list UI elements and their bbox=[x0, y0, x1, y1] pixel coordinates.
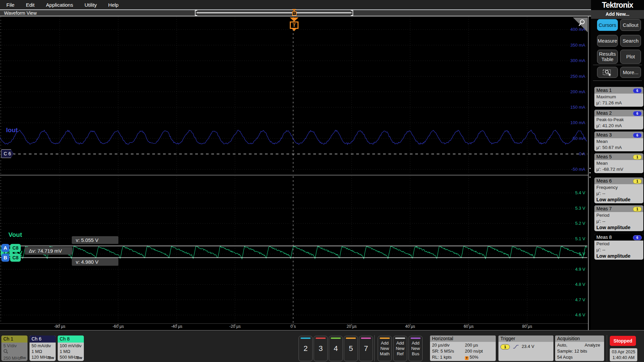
waveform-graticule-area[interactable]: Iout Vout C 6 T C8 5 V A C8 B C8 v: 5.05… bbox=[0, 16, 589, 330]
divider bbox=[593, 81, 642, 81]
plot-button[interactable]: Plot bbox=[620, 50, 641, 64]
channel-impedance: 1 MΩ bbox=[32, 349, 54, 354]
meas-value: µ': 41.20 mA bbox=[596, 123, 641, 129]
cursor-b-source-badge[interactable]: C8 bbox=[10, 254, 21, 262]
meas-7-card[interactable]: Meas 7 1 Periodµ': -- Low amplitude bbox=[594, 205, 643, 231]
meas-value: µ': -- bbox=[596, 191, 641, 197]
meas-8-header: Meas 8 6 bbox=[594, 234, 643, 241]
channel-7-button[interactable]: 7 bbox=[359, 336, 373, 361]
voltage-axis-tick: 5.1 V bbox=[550, 236, 585, 241]
meas-3-header: Meas 3 6 bbox=[594, 132, 643, 138]
acquisition-sample: Sample: 12 bits bbox=[557, 349, 587, 354]
record-view-bar[interactable] bbox=[197, 12, 352, 13]
channel-8-badge[interactable]: Ch 8 100 mV/div 1 MΩ 500 MHz Bw bbox=[58, 335, 84, 361]
horizontal-duration: 200 µs bbox=[465, 343, 478, 348]
meas-6-card[interactable]: Meas 6 1 Frequencyµ': -- Low amplitude bbox=[594, 177, 643, 203]
trigger-position-flag[interactable]: T bbox=[289, 17, 299, 31]
trigger-panel[interactable]: Trigger 1 23.4 V bbox=[498, 335, 553, 361]
meas-value: µ': -68.72 mV bbox=[596, 166, 641, 172]
meas-3-card[interactable]: Meas 3 6 Meanµ': 50.67 mA bbox=[594, 132, 643, 151]
rising-edge-icon bbox=[513, 344, 519, 349]
add-new-bus-button[interactable]: Add New Bus bbox=[409, 336, 423, 361]
voltage-axis-tick: 5.2 V bbox=[550, 221, 585, 226]
divider bbox=[593, 65, 642, 65]
zoom-select-button[interactable] bbox=[597, 67, 618, 78]
cursor-a-source-badge[interactable]: C8 bbox=[10, 244, 21, 252]
cursor-delta-readout: Δv: 74.719 mV bbox=[25, 247, 72, 255]
record-trigger-marker[interactable]: T bbox=[292, 9, 297, 16]
cursors-button[interactable]: Cursors bbox=[597, 19, 618, 31]
voltage-axis-tick: 4.9 V bbox=[550, 267, 585, 272]
time-axis-tick: 80 µs bbox=[516, 324, 539, 329]
time-axis-tick: -80 µs bbox=[48, 324, 71, 329]
channel-2-button[interactable]: 2 bbox=[299, 336, 313, 361]
meas-type: Mean bbox=[596, 139, 641, 145]
menu-edit[interactable]: Edit bbox=[20, 2, 40, 8]
waveform-plot[interactable] bbox=[0, 16, 588, 330]
meas-2-card[interactable]: Meas 2 6 Peak-to-Peakµ': 41.20 mA bbox=[594, 110, 643, 130]
channel-8-name: Ch 8 bbox=[58, 335, 84, 343]
voltage-axis-tick: 5.4 V bbox=[550, 190, 585, 195]
time-axis-tick: 0 s bbox=[281, 324, 305, 329]
channel-3-button[interactable]: 3 bbox=[314, 336, 328, 361]
channel-scale: 100 mV/div bbox=[60, 343, 82, 349]
slice-divider[interactable] bbox=[0, 175, 588, 175]
meas-type: Maximum bbox=[596, 94, 641, 100]
acquisition-count: 54 Acqs bbox=[557, 355, 573, 360]
cursor-b-badge[interactable]: B bbox=[1, 254, 9, 262]
record-view-right-bracket bbox=[351, 10, 353, 16]
iout-waveform-label: Iout bbox=[6, 126, 18, 134]
add-new-math-button[interactable]: Add New Math bbox=[378, 336, 392, 361]
acquisition-mode: Auto, bbox=[557, 343, 567, 348]
trigger-position-icon: T bbox=[465, 356, 469, 360]
trigger-arrow-icon bbox=[290, 17, 299, 21]
results-table-button[interactable]: Results Table bbox=[597, 50, 618, 64]
add-new-ref-button[interactable]: Add New Ref bbox=[393, 336, 407, 361]
source-badge: 1 bbox=[633, 207, 642, 212]
measure-button[interactable]: Measure bbox=[597, 35, 618, 47]
search-button[interactable]: Search bbox=[620, 35, 641, 47]
bottom-control-bar: Ch 1 5 V/div 250 MHz Bw Ch 6 50 mA/div 1… bbox=[0, 330, 644, 362]
run-stop-status-button[interactable]: Stopped bbox=[610, 336, 636, 346]
magnifier-icon bbox=[578, 19, 586, 28]
channel-1-name: Ch 1 bbox=[1, 335, 28, 343]
acquisition-analyze: Analyze bbox=[585, 343, 600, 348]
menu-file[interactable]: File bbox=[1, 2, 20, 8]
time-axis-tick: 40 µs bbox=[398, 324, 422, 329]
cursor-a-badge[interactable]: A bbox=[1, 244, 9, 252]
meas-6-header: Meas 6 1 bbox=[594, 177, 643, 184]
meas-value: µ': 71.26 mA bbox=[596, 100, 641, 106]
trigger-tail-icon bbox=[292, 29, 296, 31]
channel-5-button[interactable]: 5 bbox=[344, 336, 358, 361]
current-axis-tick: 50 mA bbox=[550, 136, 585, 141]
meas-value: µ': -- bbox=[596, 218, 641, 224]
divider bbox=[374, 335, 375, 361]
channel-6-badge[interactable]: Ch 6 50 mA/div 1 MΩ 120 MHz Bw bbox=[30, 335, 56, 361]
menu-utility[interactable]: Utility bbox=[79, 2, 103, 8]
trigger-settings: 1 23.4 V bbox=[500, 344, 534, 350]
cursor-b-value-readout: v: 4.980 V bbox=[72, 258, 118, 266]
meas-1-card[interactable]: Meas 1 6 Maximumµ': 71.26 mA bbox=[594, 87, 643, 107]
callout-button[interactable]: Callout bbox=[620, 19, 641, 31]
channel-1-badge[interactable]: Ch 1 5 V/div 250 MHz Bw bbox=[1, 335, 28, 361]
menu-applications[interactable]: Applications bbox=[40, 2, 79, 8]
horizontal-panel[interactable]: Horizontal 20 µs/div 200 µs SR: 5 MS/s 2… bbox=[430, 335, 496, 361]
meas-value: µ': -- bbox=[596, 247, 641, 253]
trigger-title: Trigger bbox=[498, 335, 553, 342]
meas-2-header: Meas 2 6 bbox=[594, 110, 643, 116]
current-axis-tick: 300 mA bbox=[550, 58, 585, 63]
meas-type: Frequency bbox=[596, 185, 641, 191]
record-view-scrollbar[interactable]: T bbox=[195, 10, 353, 16]
probe-icon bbox=[3, 349, 8, 354]
source-badge: 6 bbox=[633, 88, 642, 93]
acquisition-panel[interactable]: Acquisition Auto, Analyze Sample: 12 bit… bbox=[555, 335, 604, 361]
channel-4-button[interactable]: 4 bbox=[329, 336, 343, 361]
current-axis-tick: 350 mA bbox=[550, 43, 585, 48]
meas-7-header: Meas 7 1 bbox=[594, 205, 643, 212]
meas-5-card[interactable]: Meas 5 1 Meanµ': -68.72 mV bbox=[594, 153, 643, 173]
more-button[interactable]: More... bbox=[620, 67, 641, 78]
current-axis-tick: 250 mA bbox=[550, 74, 585, 79]
meas-8-card[interactable]: Meas 8 6 Periodµ': -- Low amplitude bbox=[594, 234, 643, 260]
menu-help[interactable]: Help bbox=[103, 2, 124, 8]
meas-note: Low amplitude bbox=[596, 253, 641, 259]
